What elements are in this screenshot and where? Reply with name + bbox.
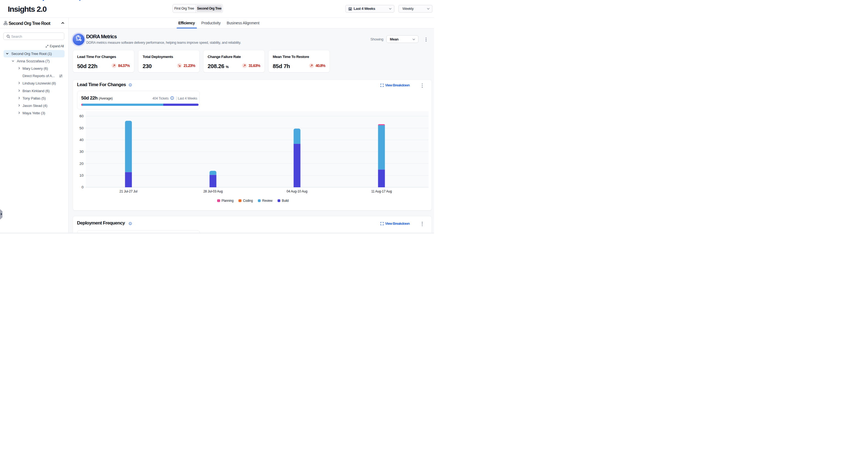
svg-text:21 Jul-27 Jul: 21 Jul-27 Jul xyxy=(120,189,137,193)
svg-text:40: 40 xyxy=(79,138,84,142)
svg-text:20: 20 xyxy=(79,162,84,166)
svg-text:10: 10 xyxy=(79,173,84,178)
svg-text:50: 50 xyxy=(79,126,84,130)
svg-text:11 Aug-17 Aug: 11 Aug-17 Aug xyxy=(371,189,392,193)
svg-text:28 Jul-03 Aug: 28 Jul-03 Aug xyxy=(203,189,223,193)
svg-text:60: 60 xyxy=(79,114,84,118)
svg-text:30: 30 xyxy=(79,150,84,154)
svg-text:0: 0 xyxy=(82,185,84,189)
svg-text:04 Aug-10 Aug: 04 Aug-10 Aug xyxy=(287,189,307,193)
